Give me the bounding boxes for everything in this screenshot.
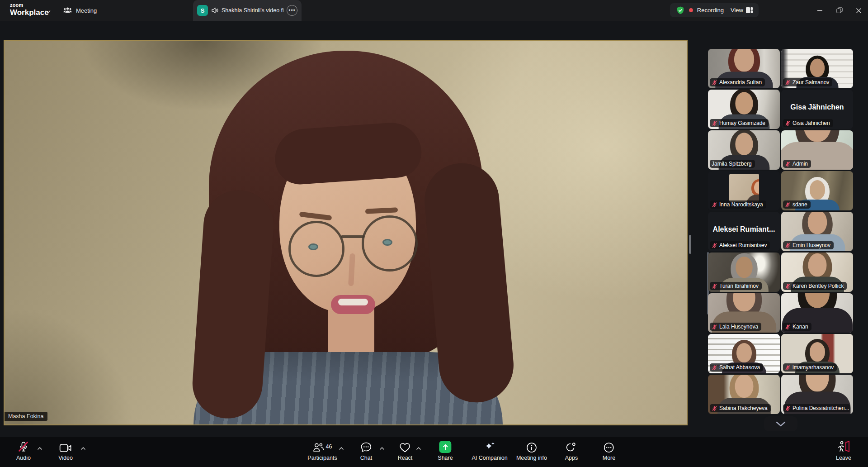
participant-tile[interactable]: Sabina Rakcheyeva [708,375,780,414]
workplace-logo-text: Workplace [10,9,49,16]
participant-name-tag: imamyarhasanov [783,363,837,372]
participant-name: Sabina Rakcheyeva [719,405,768,411]
ai-companion-sparkle-icon [483,441,496,453]
participant-name-tag: Turan Ibrahimov [710,282,762,290]
participant-name: Lala Huseynova [719,324,758,330]
participant-name: Admin [793,161,808,167]
participant-tile[interactable]: Kanan [781,293,853,333]
chat-options-chevron[interactable] [380,444,385,452]
chat-label: Chat [360,455,372,461]
apps-button[interactable]: Apps [565,441,578,461]
workspace-chevron-down-icon[interactable] [45,7,51,15]
speaker-name-tag: Masha Fokina [5,412,47,421]
mic-muted-icon [712,405,717,411]
more-ellipsis-icon [604,441,614,453]
window-close-button[interactable] [850,0,867,21]
participant-name: imamyarhasanov [793,364,834,371]
scroll-more-participants-button[interactable] [764,416,797,431]
participants-button[interactable]: 46 Participants [307,441,337,461]
mic-muted-icon [712,283,717,289]
info-icon [526,441,537,453]
participant-tile[interactable]: Inna Naroditskaya [708,171,780,210]
camera-icon [59,441,72,453]
participant-tile[interactable]: Admin [781,130,853,170]
participant-name-tag: Aleksei Rumiantsev [710,241,770,249]
mic-muted-icon [785,161,791,167]
participants-count: 46 [326,443,332,450]
participant-tile[interactable]: Polina Dessiatnitchen... [781,375,853,414]
mic-muted-icon [712,243,717,248]
video-button[interactable]: Video [58,441,73,461]
react-button[interactable]: React [398,441,413,461]
share-button[interactable]: Share [438,441,453,461]
heart-icon [399,441,411,453]
meeting-status-pill: Recording View [670,3,759,17]
more-label: More [603,455,615,461]
chat-button[interactable]: Chat [360,441,372,461]
share-screen-icon [439,441,451,453]
participants-options-chevron[interactable] [339,444,344,452]
react-label: React [398,455,413,461]
participant-tile[interactable]: sdane [781,171,853,210]
participant-avatar [729,174,759,202]
participant-name: Gisa Jähnichen [793,120,830,126]
tab-meeting[interactable]: Meeting [59,0,101,21]
participant-tile[interactable]: Lala Huseynova [708,293,780,333]
participant-tile[interactable]: Aleksei Rumiant... Aleksei Rumiantsev [708,212,780,251]
tab-video-file[interactable]: S Shakhla Shirinli's video file ••• [193,0,302,21]
participant-tile[interactable]: Jamila Spitzberg [708,130,780,170]
mic-muted-icon [785,80,791,86]
mic-muted-icon [712,365,717,371]
participant-name: sdane [793,201,807,208]
meeting-info-button[interactable]: Meeting info [516,441,547,461]
participant-name-tag: Alexandria Sultan [710,78,765,86]
recording-dot [689,8,693,12]
participants-strip: Alexandria Sultan Zaur Salmanov Humay Ga… [708,49,853,414]
participant-tile[interactable]: Humay Gasimzade [708,90,780,129]
mic-muted-icon [785,405,791,411]
audio-options-chevron[interactable] [38,444,42,452]
participant-name: Karen Bentley Pollick [793,283,844,289]
participant-tile[interactable]: Gisa Jähnichen Gisa Jähnichen [781,90,853,129]
participant-tile[interactable]: Turan Ibrahimov [708,253,780,292]
participant-tile[interactable]: Karen Bentley Pollick [781,253,853,292]
participant-tile[interactable]: Alexandria Sultan [708,49,780,88]
participant-name-tag: Sabina Rakcheyeva [710,404,771,412]
participants-label: Participants [307,455,337,461]
view-grid-icon [746,7,753,13]
tab-video-file-label: Shakhla Shirinli's video file [222,7,283,14]
react-options-chevron[interactable] [416,444,421,452]
participant-name-tag: Inna Naroditskaya [710,200,766,209]
participant-tile[interactable]: imamyarhasanov [781,334,853,373]
active-speaker-video[interactable]: Masha Fokina [4,40,688,425]
tab-meeting-label: Meeting [76,7,97,14]
participant-name-tag: Polina Dessiatnitchen... [783,404,850,412]
panel-resize-handle[interactable] [689,235,691,254]
participant-tile[interactable]: Salhat Abbasova [708,334,780,373]
participant-name: Aleksei Rumiantsev [719,242,767,248]
more-button[interactable]: More [603,441,615,461]
speaker-bangs [273,121,423,186]
participant-name: Inna Naroditskaya [719,201,763,208]
meeting-info-label: Meeting info [516,455,547,461]
ai-companion-button[interactable]: AI Companion [472,441,507,461]
titlebar: zoom Workplace Meeting S Shakhla Shirinl… [0,0,868,21]
participant-name-tag: Zaur Salmanov [783,78,832,86]
view-button[interactable]: View [731,7,753,14]
window-minimize-button[interactable] [811,0,828,21]
window-restore-button[interactable] [831,0,848,21]
audio-button[interactable]: Audio [16,441,31,461]
mic-muted-icon [18,441,29,453]
meeting-toolbar: Audio Video 46 Participants Chat React S… [0,437,868,467]
participant-tile[interactable]: Emin Huseynov [781,212,853,251]
participant-tile[interactable]: Zaur Salmanov [781,49,853,88]
security-shield-icon[interactable] [676,6,685,15]
mic-muted-icon [712,80,717,86]
tab-options-ellipsis-icon[interactable]: ••• [287,5,297,16]
leave-button[interactable]: Leave [836,441,851,461]
video-options-chevron[interactable] [81,444,86,452]
leave-label: Leave [836,455,851,461]
participant-name: Kanan [793,324,808,330]
chat-bubble-icon [360,441,372,453]
zoom-workplace-logo: zoom Workplace [10,3,49,16]
